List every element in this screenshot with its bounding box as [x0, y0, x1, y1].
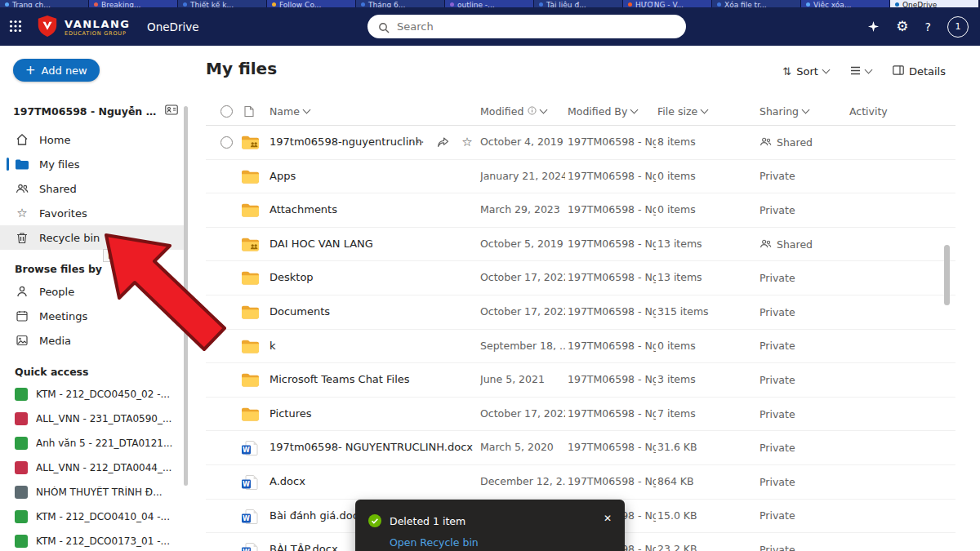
column-label: Name	[270, 105, 300, 118]
file-row[interactable]: W Pictures ··· ☆ October 17, 2022	[206, 398, 956, 432]
column-header-file-size[interactable]: File size	[657, 98, 707, 125]
toast-close-icon[interactable]: ✕	[604, 513, 612, 524]
quick-access-item[interactable]: NHÓM THUYẾT TRÌNH Đ...	[0, 480, 188, 504]
trash-icon	[15, 232, 29, 244]
sidebar-item-shared[interactable]: Shared	[0, 176, 188, 201]
file-row[interactable]: W 197tm06598-nguyentruclinh ··· ☆	[206, 126, 956, 160]
vanlang-logo[interactable]: VANLANG EDUCATION GROUP	[36, 15, 131, 41]
file-row[interactable]: W k ··· ☆ September 18, ...	[206, 330, 956, 364]
browser-tab[interactable]: OneDrive	[890, 0, 979, 7]
person-icon	[15, 286, 29, 297]
browser-tab[interactable]: outline -...	[445, 0, 534, 7]
quick-access-item[interactable]: ALL_VNN - 212_DTA0044_...	[0, 455, 188, 480]
sidebar-item-media[interactable]: Media	[0, 328, 188, 353]
site-icon	[15, 388, 28, 401]
settings-gear-icon[interactable]: ⚙	[896, 20, 908, 33]
add-new-button[interactable]: + Add new	[13, 59, 100, 82]
column-label: Activity	[849, 105, 888, 118]
sidebar-item-meetings[interactable]: Meetings	[0, 304, 188, 328]
quick-access-item[interactable]: Anh văn 5 - 221_DTA0121...	[0, 431, 188, 455]
account-avatar[interactable]: 1	[947, 16, 969, 38]
sidebar-item-recycle-bin[interactable]: Recycle bin	[0, 225, 188, 250]
sharing-status: Private	[760, 261, 795, 295]
modified-by: 197TM06598 - Ngu	[568, 160, 656, 193]
file-row[interactable]: W Desktop ··· ☆ October 17, 2022	[206, 261, 956, 295]
quick-access-item[interactable]: KTM - 212_DCO0173_01 -...	[0, 529, 188, 551]
quick-access-item[interactable]: KTM - 212_DCO0410_04 -...	[0, 504, 188, 529]
file-row[interactable]: W DAI HOC VAN LANG ··· ☆ October 5	[206, 228, 956, 262]
tab-title: outline -...	[457, 1, 495, 7]
tab-title: Follow Co...	[279, 1, 321, 7]
more-actions-icon[interactable]: ···	[412, 136, 425, 149]
browser-tab[interactable]: Việc xóa...	[801, 0, 890, 7]
open-recycle-bin-link[interactable]: Open Recycle bin	[390, 536, 479, 549]
modified-date: June 5, 2021	[480, 363, 565, 397]
file-row[interactable]: W Documents ··· ☆ October 17, 2022	[206, 295, 956, 330]
browser-tab[interactable]: Xóa file tr...	[712, 0, 801, 7]
column-header-activity[interactable]: Activity	[849, 98, 888, 125]
modified-date: December 12, 2...	[480, 465, 565, 499]
site-icon	[15, 510, 28, 523]
sidebar-item-my-files[interactable]: My files	[0, 152, 188, 176]
app-launcher-waffle-icon[interactable]	[9, 20, 22, 36]
file-row[interactable]: W A.docx ··· ☆ December 12, 2...	[206, 465, 956, 500]
sharing-label: Shared	[777, 238, 813, 251]
tab-title: Tháng 6...	[368, 1, 405, 7]
sidebar-item-label: People	[39, 286, 74, 298]
sidebar-item-people[interactable]: People	[0, 279, 188, 304]
sharing-label: Private	[760, 544, 795, 551]
profile-account[interactable]: 197TM06598 - Nguyễn Trúc Linh	[13, 104, 178, 118]
file-row[interactable]: W Microsoft Teams Chat Files ··· ☆	[206, 363, 956, 398]
file-row[interactable]: W Apps ··· ☆ January 21, 2024	[206, 160, 956, 194]
quick-access-item[interactable]: ALL_VNN - 231_DTA0590_...	[0, 407, 188, 431]
modified-date: October 4, 2019	[480, 126, 565, 159]
onedrive-header: VANLANG EDUCATION GROUP OneDrive ⚙ ? 1	[0, 7, 980, 46]
column-header-modified[interactable]: Modified	[480, 98, 546, 125]
browser-tab[interactable]: Breaking...	[89, 0, 178, 7]
chevron-down-icon	[701, 106, 709, 114]
column-header-name[interactable]: Name	[270, 98, 310, 125]
sidebar-scrollbar[interactable]	[184, 106, 188, 486]
details-button[interactable]: Details	[893, 65, 946, 78]
sharing-label: Private	[760, 340, 795, 352]
shared-folder-icon	[242, 238, 259, 255]
quick-access-item[interactable]: KTM - 212_DCO0450_02 -...	[0, 382, 188, 407]
file-size: 23.2 KB	[657, 533, 697, 551]
share-icon[interactable]	[437, 137, 449, 148]
browser-tab[interactable]: Thiết kế k...	[178, 0, 267, 7]
view-options-button[interactable]	[850, 65, 871, 78]
browser-tab[interactable]: HƯƠNG - V...	[623, 0, 712, 7]
browser-tab[interactable]: Follow Co...	[267, 0, 356, 7]
chevron-down-icon	[540, 106, 548, 114]
file-name: Microsoft Teams Chat Files	[270, 363, 410, 397]
file-row[interactable]: W Attachments ··· ☆ March 29, 2023	[206, 193, 956, 228]
browse-list: People Meetings Media	[0, 279, 188, 353]
premium-diamond-icon[interactable]	[867, 20, 880, 33]
modified-date: October 5, 2019	[480, 228, 565, 261]
sharing-label: Private	[760, 204, 795, 216]
help-icon[interactable]: ?	[925, 20, 931, 33]
browser-tab[interactable]: Trang ch...	[0, 0, 89, 7]
column-header-modified-by[interactable]: Modified By	[568, 98, 637, 125]
row-checkbox[interactable]	[220, 136, 233, 149]
add-new-label: Add new	[42, 64, 87, 77]
folder-icon	[242, 305, 259, 322]
sidebar-item-favorites[interactable]: ☆ Favorites	[0, 201, 188, 225]
browser-tab[interactable]: Tháng 6...	[356, 0, 445, 7]
file-type-column-icon[interactable]	[244, 105, 254, 120]
sharing-label: Private	[760, 442, 795, 454]
file-row[interactable]: W 197tm06598- NGUYENTRUCLINH.docx ··· ☆	[206, 431, 956, 465]
sort-button[interactable]: ⇅ Sort	[782, 65, 829, 78]
column-header-sharing[interactable]: Sharing	[760, 98, 808, 125]
site-icon	[15, 535, 28, 548]
file-name: A.docx	[270, 465, 305, 499]
tab-favicon	[450, 2, 454, 7]
search-input[interactable]	[368, 15, 686, 38]
favorite-star-icon[interactable]: ☆	[461, 136, 472, 149]
sidebar-item-home[interactable]: Home	[0, 127, 188, 152]
browser-tab[interactable]: Tài liệu đ...	[534, 0, 623, 7]
select-all-checkbox[interactable]	[220, 105, 233, 118]
content-scrollbar[interactable]	[944, 245, 950, 305]
file-size: 8 items	[657, 126, 696, 159]
header-actions: ⚙ ? 1	[867, 7, 969, 46]
